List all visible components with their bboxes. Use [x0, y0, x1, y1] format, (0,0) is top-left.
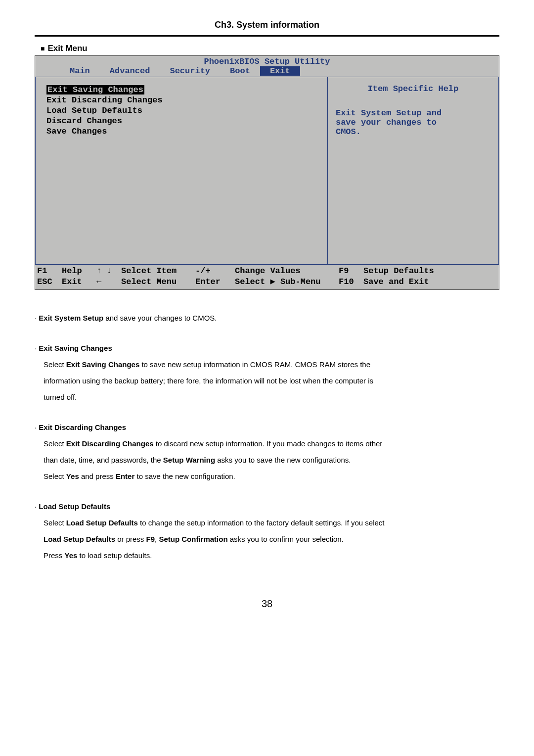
bios-title: PhoenixBIOS Setup Utility [35, 56, 499, 66]
tab-exit[interactable]: Exit [260, 66, 300, 76]
para-load-3: Press Yes to load setup defaults. [44, 547, 499, 564]
tab-main[interactable]: Main [60, 66, 100, 76]
help-text-2: save your changes to [336, 118, 490, 127]
section-title-text: Exit Menu [47, 44, 87, 53]
bios-menu: Exit Saving Changes Exit Discarding Chan… [35, 77, 327, 265]
key-esc: ESC [37, 277, 62, 287]
label-minus-plus: -/+ [195, 266, 235, 277]
label-save-exit: Save and Exit [363, 277, 429, 287]
help-text-3: CMOS. [336, 127, 490, 137]
para-load-1: Select Load Setup Defaults to change the… [44, 515, 499, 531]
para-saving-2: information using the backup battery; th… [44, 373, 499, 389]
para-discard-3: Select Yes and press Enter to save the n… [44, 468, 499, 484]
help-text-1: Exit System Setup and [336, 108, 490, 118]
bios-footer: F1 Help ↑ ↓ Selcet Item -/+ Change Value… [35, 265, 499, 289]
para-saving-1: Select Exit Saving Changes to save new s… [44, 356, 499, 373]
bios-help-panel: Item Specific Help Exit System Setup and… [327, 77, 499, 265]
square-bullet-icon: ■ [41, 45, 44, 52]
label-select-item: Selcet Item [121, 266, 195, 277]
chapter-title: Ch3. System information [35, 20, 499, 35]
label-change-values: Change Values [235, 266, 339, 277]
para-discard-1: Select Exit Discarding Changes to discar… [44, 435, 499, 452]
tab-boot[interactable]: Boot [220, 66, 260, 76]
bios-screenshot: PhoenixBIOS Setup Utility Main Advanced … [35, 55, 499, 290]
label-select-submenu: Select ▶ Sub-Menu [235, 277, 339, 287]
section-title: ■Exit Menu [41, 44, 499, 53]
bios-tabs: Main Advanced Security Boot Exit [35, 66, 499, 77]
menu-load-defaults[interactable]: Load Setup Defaults [46, 106, 319, 115]
para-load-2: Load Setup Defaults or press F9, Setup C… [44, 531, 499, 547]
content-text: · Exit System Setup and save your change… [35, 310, 499, 564]
key-f9: F9 [339, 266, 363, 277]
menu-discard-changes[interactable]: Discard Changes [46, 116, 319, 126]
para-saving-3: turned off. [44, 389, 499, 405]
bios-body: Exit Saving Changes Exit Discarding Chan… [35, 77, 499, 265]
rule [35, 35, 499, 37]
heading-load-defaults: · Load Setup Defaults [35, 498, 499, 515]
para-discard-2: than date, time, and passwords, the Setu… [44, 452, 499, 468]
heading-exit-discarding: · Exit Discarding Changes [35, 419, 499, 435]
triangle-right-icon: ▶ [270, 277, 275, 287]
label-select-menu: Select Menu [121, 277, 195, 287]
heading-exit-saving: · Exit Saving Changes [35, 340, 499, 356]
page-number: 38 [35, 598, 499, 610]
label-setup-defaults: Setup Defaults [363, 266, 434, 277]
key-f10: F10 [339, 277, 363, 287]
key-f1: F1 [37, 266, 62, 277]
menu-save-changes[interactable]: Save Changes [46, 127, 319, 136]
menu-exit-saving[interactable]: Exit Saving Changes [46, 85, 144, 94]
arrow-left-icon: ← [96, 277, 121, 287]
menu-exit-discarding[interactable]: Exit Discarding Changes [46, 95, 319, 105]
label-exit: Exit [62, 277, 96, 287]
tab-security[interactable]: Security [160, 66, 220, 76]
help-title: Item Specific Help [336, 84, 490, 94]
arrows-up-down-icon: ↑ ↓ [96, 266, 121, 277]
label-enter: Enter [195, 277, 235, 287]
para-exit-system-setup: · Exit System Setup and save your change… [35, 310, 499, 326]
tab-advanced[interactable]: Advanced [100, 66, 160, 76]
label-help: Help [62, 266, 96, 277]
